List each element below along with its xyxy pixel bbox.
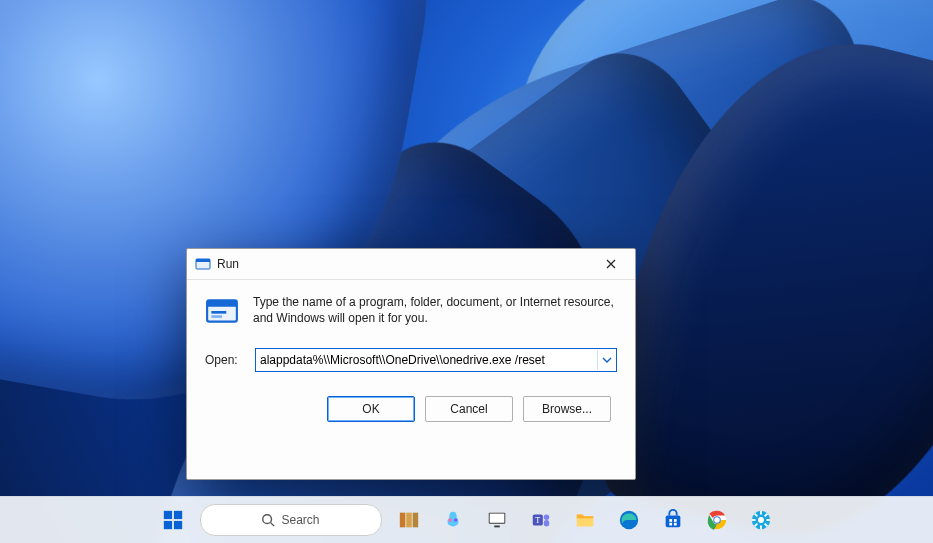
svg-rect-19	[494, 526, 500, 528]
stack-icon	[398, 509, 420, 531]
svg-rect-1	[196, 259, 210, 262]
svg-rect-23	[543, 520, 549, 526]
svg-rect-25	[665, 515, 680, 527]
svg-point-16	[453, 518, 457, 522]
svg-point-32	[714, 517, 720, 523]
copilot-icon	[442, 509, 464, 531]
start-button[interactable]	[156, 503, 190, 537]
taskbar-search[interactable]: Search	[200, 504, 382, 536]
taskbar-app-edge[interactable]	[612, 503, 646, 537]
svg-point-34	[758, 517, 764, 523]
svg-rect-13	[406, 513, 412, 528]
svg-rect-14	[412, 513, 418, 528]
svg-rect-12	[399, 513, 405, 528]
run-title: Run	[217, 257, 239, 271]
svg-rect-28	[669, 523, 672, 526]
ok-button[interactable]: OK	[327, 396, 415, 422]
taskbar-app-store[interactable]	[656, 503, 690, 537]
svg-rect-5	[211, 315, 222, 318]
close-icon	[606, 259, 616, 269]
taskbar-app-settings[interactable]	[744, 503, 778, 537]
svg-rect-3	[207, 300, 237, 306]
svg-point-22	[543, 515, 549, 521]
store-icon	[662, 509, 684, 531]
run-icon	[195, 256, 211, 272]
svg-point-10	[263, 515, 272, 524]
svg-rect-26	[669, 519, 672, 522]
taskbar-app-explorer[interactable]	[568, 503, 602, 537]
taskbar: Search T	[0, 496, 933, 543]
cancel-button[interactable]: Cancel	[425, 396, 513, 422]
chrome-icon	[706, 509, 728, 531]
svg-rect-7	[173, 511, 181, 519]
run-large-icon	[205, 294, 239, 328]
taskbar-app-copilot[interactable]	[436, 503, 470, 537]
svg-rect-8	[163, 521, 171, 529]
close-button[interactable]	[591, 250, 631, 278]
taskbar-search-placeholder: Search	[281, 513, 319, 527]
open-dropdown-button[interactable]	[597, 350, 616, 370]
edge-icon	[618, 509, 640, 531]
chevron-down-icon	[602, 355, 612, 365]
run-dialog: Run Type the name of a program, folder, …	[186, 248, 636, 480]
open-combobox[interactable]	[255, 348, 617, 372]
svg-rect-6	[163, 511, 171, 519]
taskbar-app-stack[interactable]	[392, 503, 426, 537]
teams-icon: T	[530, 509, 552, 531]
run-titlebar: Run	[187, 249, 635, 280]
taskbar-app-chrome[interactable]	[700, 503, 734, 537]
open-label: Open:	[205, 353, 245, 367]
svg-rect-18	[489, 514, 504, 523]
run-button-row: OK Cancel Browse...	[205, 396, 617, 422]
svg-rect-27	[673, 519, 676, 522]
run-description: Type the name of a program, folder, docu…	[253, 294, 617, 326]
svg-rect-4	[211, 311, 226, 314]
settings-icon	[750, 509, 772, 531]
svg-point-15	[448, 518, 452, 522]
taskbar-app-taskview[interactable]	[480, 503, 514, 537]
svg-rect-29	[673, 523, 676, 526]
svg-line-11	[271, 523, 275, 527]
search-icon	[261, 513, 275, 527]
task-view-icon	[486, 509, 508, 531]
windows-logo-icon	[162, 509, 184, 531]
file-explorer-icon	[574, 509, 596, 531]
open-input[interactable]	[256, 350, 597, 370]
svg-rect-9	[173, 521, 181, 529]
taskbar-app-teams[interactable]: T	[524, 503, 558, 537]
browse-button[interactable]: Browse...	[523, 396, 611, 422]
svg-text:T: T	[535, 516, 540, 525]
